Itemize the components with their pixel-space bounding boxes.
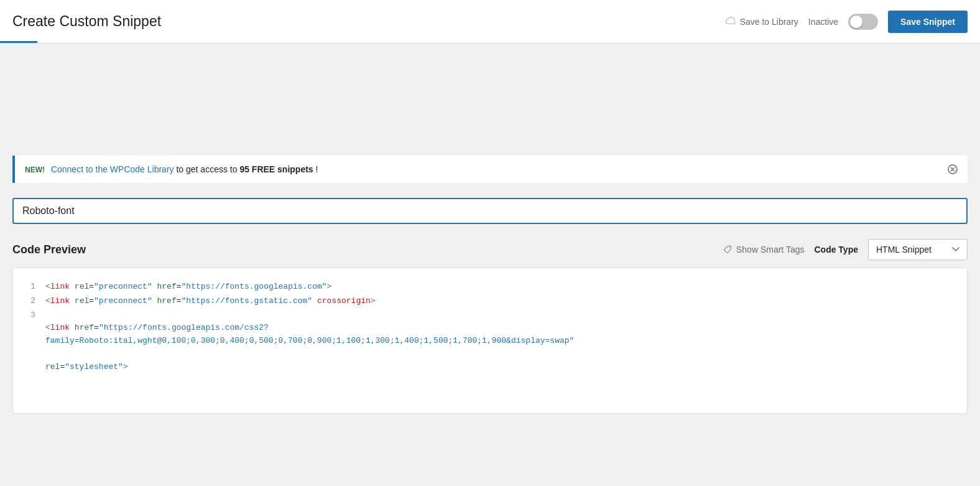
- show-smart-tags-label: Show Smart Tags: [736, 245, 804, 255]
- svg-point-1: [729, 247, 730, 248]
- page-title: Create Custom Snippet: [12, 13, 161, 30]
- line-number-1: 1: [25, 281, 35, 294]
- save-snippet-button[interactable]: Save Snippet: [888, 11, 968, 33]
- main-content: NEW! Connect to the WPCode Library to ge…: [0, 44, 980, 426]
- code-type-select[interactable]: HTML Snippet PHP Snippet CSS Snippet JS …: [868, 239, 968, 260]
- notice-library-link[interactable]: Connect to the WPCode Library: [51, 164, 174, 174]
- save-to-library-label: Save to Library: [740, 17, 798, 27]
- save-to-library-button[interactable]: Save to Library: [725, 16, 798, 27]
- code-preview-actions: Show Smart Tags Code Type HTML Snippet P…: [723, 239, 968, 260]
- toggle-thumb: [850, 16, 862, 28]
- code-line-1: 1 <link rel="preconnect" href="https://f…: [25, 281, 955, 294]
- tag-icon: [723, 245, 733, 255]
- line-number-2: 2: [25, 295, 35, 308]
- code-content-3: <link href="https://fonts.googleapis.com…: [45, 309, 574, 400]
- code-editor: 1 <link rel="preconnect" href="https://f…: [12, 268, 968, 414]
- toggle-track: [848, 14, 878, 30]
- notice-close-button[interactable]: [948, 164, 958, 174]
- active-toggle[interactable]: [848, 14, 878, 30]
- notice-new-badge: NEW!: [25, 166, 45, 174]
- code-type-label: Code Type: [814, 245, 858, 255]
- page-header: Create Custom Snippet Save to Library In…: [0, 0, 980, 44]
- line-number-3: 3: [25, 309, 35, 400]
- notice-end: !: [316, 164, 318, 174]
- inactive-label: Inactive: [808, 17, 838, 27]
- notice-bold: 95 FREE snippets: [239, 164, 313, 174]
- code-content-1: <link rel="preconnect" href="https://fon…: [45, 281, 331, 294]
- show-smart-tags-button[interactable]: Show Smart Tags: [723, 245, 804, 255]
- code-preview-header: Code Preview Show Smart Tags Code Type H…: [12, 239, 968, 260]
- code-line-2: 2 <link rel="preconnect" href="https://f…: [25, 295, 955, 308]
- code-line-3: 3 <link href="https://fonts.googleapis.c…: [25, 309, 955, 400]
- snippet-name-input[interactable]: [12, 198, 968, 224]
- close-icon: [948, 164, 958, 174]
- code-content-2: <link rel="preconnect" href="https://fon…: [45, 295, 376, 308]
- notice-banner: NEW! Connect to the WPCode Library to ge…: [12, 156, 968, 183]
- cloud-icon: [725, 16, 736, 27]
- notice-message: to get access to: [176, 164, 239, 174]
- code-preview-title: Code Preview: [12, 243, 86, 256]
- notice-text: NEW! Connect to the WPCode Library to ge…: [25, 164, 318, 174]
- header-actions: Save to Library Inactive Save Snippet: [725, 11, 968, 33]
